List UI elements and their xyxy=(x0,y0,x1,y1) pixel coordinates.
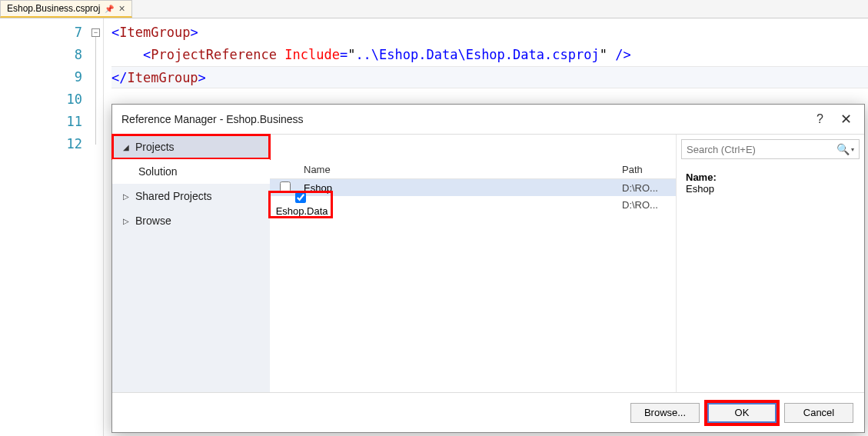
browse-button[interactable]: Browse... xyxy=(630,403,700,423)
tab-filename: Eshop.Business.csproj xyxy=(7,3,100,14)
close-icon[interactable]: ✕ xyxy=(837,111,855,128)
nav-label: Shared Projects xyxy=(135,190,212,202)
pin-icon[interactable]: 📌 xyxy=(105,5,114,13)
row-checkbox[interactable] xyxy=(280,181,291,192)
project-list-column: Name Path Eshop D:\RO... Eshop.Data D:\R… xyxy=(270,135,676,392)
nav-label: Browse xyxy=(135,215,171,227)
nav-label: Projects xyxy=(135,141,175,153)
nav-shared-projects[interactable]: ▷ Shared Projects xyxy=(112,184,270,208)
list-row[interactable]: Eshop.Data D:\RO... xyxy=(270,196,676,213)
dialog-footer: Browse... OK Cancel xyxy=(112,392,864,432)
document-tab-bar: Eshop.Business.csproj 📌 × xyxy=(0,0,868,18)
nav-browse[interactable]: ▷ Browse xyxy=(112,208,270,233)
dialog-title: Reference Manager - Eshop.Business xyxy=(121,113,816,125)
row-checkbox[interactable] xyxy=(295,192,306,203)
fold-column: − xyxy=(88,18,104,436)
column-name[interactable]: Name xyxy=(301,164,622,175)
detail-label: Name: xyxy=(686,171,717,183)
line-number: 9 xyxy=(0,66,82,88)
line-number: 7 xyxy=(0,22,82,44)
cancel-button[interactable]: Cancel xyxy=(784,403,853,423)
chevron-right-icon: ▷ xyxy=(123,192,131,201)
search-input[interactable] xyxy=(687,144,836,155)
detail-column: 🔍 ▾ Name: Eshop xyxy=(676,135,864,392)
column-path[interactable]: Path xyxy=(622,164,676,175)
row-name: Eshop xyxy=(301,182,622,194)
reference-manager-dialog: Reference Manager - Eshop.Business ? ✕ ◢… xyxy=(111,104,865,433)
fold-line xyxy=(95,37,96,145)
detail-value: Eshop xyxy=(686,183,855,195)
nav-projects[interactable]: ◢ Projects xyxy=(112,135,270,159)
detail-panel: Name: Eshop xyxy=(677,167,864,199)
document-tab[interactable]: Eshop.Business.csproj 📌 × xyxy=(0,0,132,18)
line-number-gutter: 7 8 9 10 11 12 xyxy=(0,18,88,436)
line-number: 11 xyxy=(0,111,82,133)
search-box[interactable]: 🔍 ▾ xyxy=(681,139,860,159)
row-path: D:\RO... xyxy=(622,182,676,194)
help-icon[interactable]: ? xyxy=(816,112,823,126)
dialog-title-bar: Reference Manager - Eshop.Business ? ✕ xyxy=(112,105,864,134)
code-line: </ItemGroup> xyxy=(111,66,868,88)
nav-label: Solution xyxy=(138,165,178,178)
dialog-body: ◢ Projects Solution ▷ Shared Projects ▷ … xyxy=(112,134,864,392)
line-number: 10 xyxy=(0,88,82,111)
ok-button[interactable]: OK xyxy=(707,403,777,423)
chevron-right-icon: ▷ xyxy=(123,217,131,225)
close-tab-icon[interactable]: × xyxy=(118,2,125,15)
chevron-down-icon[interactable]: ▾ xyxy=(851,146,854,153)
nav-solution[interactable]: Solution xyxy=(112,159,270,184)
chevron-down-icon: ◢ xyxy=(123,143,131,151)
nav-column: ◢ Projects Solution ▷ Shared Projects ▷ … xyxy=(112,135,270,392)
line-number: 12 xyxy=(0,133,82,155)
code-line: <ItemGroup> xyxy=(111,22,868,44)
fold-toggle-icon[interactable]: − xyxy=(91,28,100,37)
code-line: <ProjectReference Include="..\Eshop.Data… xyxy=(111,44,868,66)
row-path: D:\RO... xyxy=(622,199,676,211)
line-number: 8 xyxy=(0,44,82,66)
search-icon[interactable]: 🔍 xyxy=(836,143,850,155)
list-header: Name Path xyxy=(270,161,676,179)
